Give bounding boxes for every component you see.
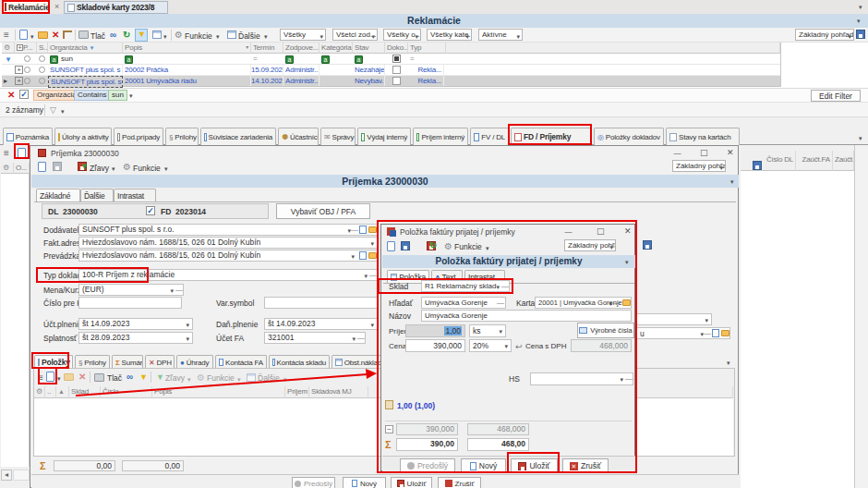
dialog-minimize-icon[interactable]: —	[564, 228, 573, 237]
invoice-address-field[interactable]: Hviezdoslavovo nám. 1688/15, 026 01 Doln…	[78, 237, 378, 249]
filter-enabled-checkbox[interactable]: ✓	[19, 90, 29, 99]
row1-typ[interactable]: Rekla...	[408, 65, 444, 75]
grid-header-popis[interactable]: Popis▾	[123, 43, 251, 54]
items-tab-polozky[interactable]: Položky	[34, 355, 73, 369]
row1-stav[interactable]: Nezaháje...	[353, 65, 385, 75]
tab-polozky-dokladov[interactable]: ◎Položky dokladov	[594, 128, 664, 145]
filter-combo-aktivne[interactable]: Aktívne	[478, 29, 523, 41]
card-field[interactable]: 20001 | Umývačka Gorenje ▾—	[535, 297, 632, 309]
prijemka-minimize-icon[interactable]: —	[673, 150, 681, 158]
search-field[interactable]: Umývačka Gorenje—	[421, 297, 506, 309]
items-functions-label[interactable]: Funkcie	[207, 373, 235, 383]
bg-grid-header-zauct-fa[interactable]: Zaúčt.FA	[796, 151, 833, 171]
items-print-label[interactable]: Tlač	[107, 373, 122, 383]
tab-fv-dl[interactable]: FV / DL	[470, 128, 509, 145]
items-tab-sumar[interactable]: ΣSumár	[112, 355, 143, 369]
name-field[interactable]: Umývačka Gorenje	[421, 310, 632, 322]
items-header-skladova-mj[interactable]: Skladová MJ	[309, 386, 368, 398]
print-label[interactable]: Tlač	[90, 31, 105, 41]
fd-checkbox[interactable]: ✓	[146, 206, 155, 215]
dialog-new-button[interactable]: Nový	[461, 458, 506, 473]
view-selector[interactable]: Základný pohľad	[795, 29, 854, 41]
row2-doko-checkbox[interactable]	[392, 77, 401, 85]
layout-icon[interactable]	[152, 30, 162, 39]
supplier-field[interactable]: SUNSOFT plus spol. s r.o. ▾—	[78, 224, 378, 236]
price-field[interactable]: 390,000	[405, 339, 465, 352]
prijemka-tab-zakladne[interactable]: Základné	[36, 189, 80, 202]
items-tabstrip-overflow-icon[interactable]: ▾	[727, 360, 730, 366]
prijemka-functions-gear-icon[interactable]: ⚙	[123, 163, 131, 172]
grid-header-kategoria[interactable]: Kategória	[319, 43, 353, 54]
items-search-icon[interactable]: ∞	[127, 372, 133, 382]
functions-dropdown-icon[interactable]: ▾	[216, 33, 220, 40]
items-header-prijem[interactable]: Príjem	[285, 386, 309, 398]
filter-combo-vsetky-o[interactable]: Všetky o...	[383, 29, 421, 41]
items-menu-icon[interactable]: ≡	[38, 373, 43, 383]
prijemka-save-icon[interactable]	[53, 162, 62, 171]
dialog-functions-label[interactable]: Funkcie	[454, 242, 482, 251]
dialog-save-view-icon[interactable]	[643, 240, 652, 250]
filter-toggle[interactable]: ▼	[135, 29, 148, 42]
row2-termin[interactable]: 14.10.2023	[251, 76, 283, 86]
new-document-icon[interactable]	[19, 30, 28, 40]
dialog-functions-gear-icon[interactable]: ⚙	[444, 242, 452, 251]
tab-close-icon[interactable]: ×	[54, 3, 59, 11]
bg-grid-scrollbar[interactable]	[854, 145, 868, 488]
filter-combo-vsetky-kate[interactable]: Všetky kate...	[427, 29, 472, 41]
prijemka-caption-menu-icon[interactable]: ▾	[730, 178, 734, 185]
qty-field[interactable]: 1,00	[405, 324, 465, 337]
save-view-icon[interactable]	[856, 30, 865, 39]
tabstrip-overflow-icon[interactable]: ▾	[859, 135, 862, 141]
items-header-cislo[interactable]: Číslo	[101, 386, 152, 398]
currency-field[interactable]: (EUR) ▾—	[78, 284, 184, 296]
prijemka-save-button[interactable]: Uložiť	[391, 477, 432, 488]
grid-header-organizacia[interactable]: Organizácia ▼	[48, 43, 123, 54]
row1-termin[interactable]: 15.09.2023	[251, 65, 283, 75]
items-tab-kontacia-fa[interactable]: Kontácia FA	[215, 355, 267, 369]
warehouse-field[interactable]: R1 Reklamačný sklad ▾—	[421, 280, 510, 292]
account-field[interactable]: 321001 ▾—	[264, 332, 366, 344]
filter-remove-icon[interactable]: ✕	[7, 91, 15, 100]
unit-combo[interactable]: ks▾	[469, 324, 506, 337]
items-discounts-label[interactable]: Zľavy	[165, 373, 185, 383]
due-date-field[interactable]: št 28.09.2023▾	[78, 332, 193, 344]
grid-header-s[interactable]: S...	[37, 43, 48, 54]
grid-filter-row[interactable]	[2, 54, 780, 65]
filter-value-chip[interactable]: sun	[108, 90, 127, 101]
grid-header-stav[interactable]: Stav	[353, 43, 385, 54]
dialog-save-button[interactable]: Uložiť	[511, 458, 558, 473]
prijemka-new-button[interactable]: Nový	[343, 477, 386, 488]
records-filter-icon[interactable]: ▽	[50, 105, 56, 115]
row2-typ[interactable]: Rekla...	[408, 76, 444, 86]
tab-suvisiace-zariadenia[interactable]: Súvisiace zariadenia	[200, 128, 276, 145]
bg-grid-header-zauct-sk[interactable]: Zaúčt.sk...	[833, 151, 854, 171]
doc-type-field[interactable]: 100-R Príjem z reklamácie ▾—	[78, 269, 378, 281]
refresh-icon[interactable]: ↻	[123, 30, 130, 40]
acc-date-field[interactable]: št 14.09.2023▾	[78, 318, 193, 330]
row1-org[interactable]: SUNSOFT plus spol. s r.o.	[48, 65, 123, 75]
kv-number-field[interactable]	[78, 297, 182, 309]
row1-doko-checkbox[interactable]	[392, 66, 401, 74]
discounts-icon[interactable]: ▼	[80, 163, 89, 171]
functions-gear-icon[interactable]: ⚙	[175, 30, 183, 40]
tab-vydaj-interny[interactable]: Výdaj interný	[357, 128, 411, 145]
toolbar-menu-icon[interactable]: ≡	[4, 30, 9, 40]
items-filter-icon[interactable]: ▼	[139, 373, 148, 382]
filter-operator-chip[interactable]: Contains	[74, 90, 111, 101]
open-icon[interactable]	[38, 31, 48, 39]
items-more-label[interactable]: Ďalšie	[258, 373, 280, 383]
print-icon[interactable]	[78, 30, 89, 39]
row2-popis[interactable]: 20001 Umývačka riadu	[123, 76, 251, 86]
items-tab-prilohy[interactable]: §Prílohy	[75, 355, 110, 369]
row2-org[interactable]: SUNSOFT plus spol. s r.o.	[48, 76, 123, 88]
tab-pod-pripady[interactable]: Pod.prípady	[114, 128, 163, 145]
dialog-save-icon[interactable]	[401, 241, 410, 250]
prijemka-close-icon[interactable]: ✕	[727, 149, 734, 157]
tab-reklamacie[interactable]: Reklamácie	[2, 0, 50, 14]
tab-fd-prijemky[interactable]: FD / Príjemky	[511, 128, 591, 145]
filter-combo-vsetky[interactable]: Všetky	[280, 29, 326, 41]
dialog-new-icon[interactable]	[387, 241, 395, 251]
grid-header-gear[interactable]: ⚙	[2, 43, 15, 54]
prijemka-save-view-icon[interactable]	[753, 161, 762, 170]
records-filter-dropdown-icon[interactable]: ▾	[61, 108, 65, 115]
